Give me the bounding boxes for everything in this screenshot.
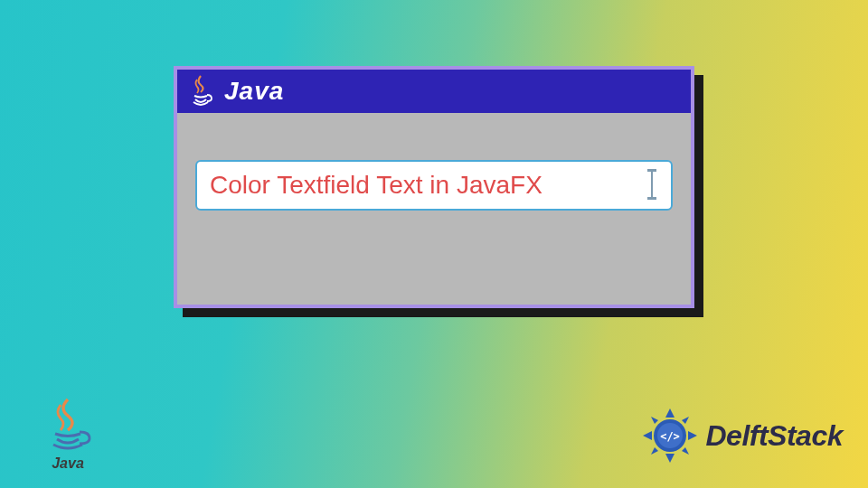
window-title: Java xyxy=(224,77,284,106)
svg-marker-7 xyxy=(682,447,689,455)
color-textfield[interactable] xyxy=(195,160,673,211)
window-body xyxy=(177,113,691,229)
svg-marker-0 xyxy=(665,408,675,418)
app-window-container: Java xyxy=(174,66,694,308)
svg-marker-6 xyxy=(651,447,658,455)
java-logo-label: Java xyxy=(36,455,99,472)
java-logo: Java xyxy=(36,398,99,472)
titlebar[interactable]: Java xyxy=(177,70,691,113)
delftstack-label: DelftStack xyxy=(706,419,844,453)
svg-text:</>: </> xyxy=(660,430,680,443)
svg-marker-1 xyxy=(665,454,675,463)
svg-marker-3 xyxy=(688,431,697,440)
app-window: Java xyxy=(174,66,694,308)
java-cup-icon xyxy=(41,398,95,454)
java-icon xyxy=(186,74,215,108)
delftstack-badge-icon: </> xyxy=(641,407,699,465)
delftstack-logo: </> DelftStack xyxy=(641,407,844,465)
svg-marker-4 xyxy=(651,417,658,424)
svg-marker-5 xyxy=(682,417,689,424)
svg-marker-2 xyxy=(643,431,652,440)
textfield-wrap xyxy=(195,160,673,211)
